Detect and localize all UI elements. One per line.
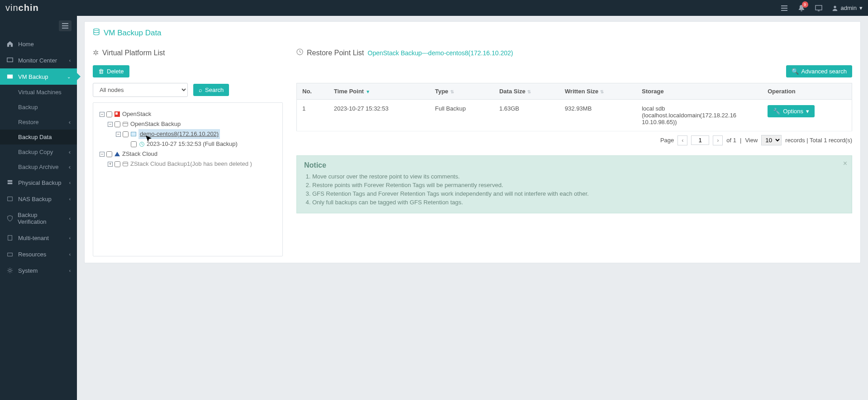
svg-point-17 bbox=[94, 29, 99, 30]
tree-node-openstack[interactable]: OpenStack bbox=[122, 109, 151, 119]
sidebar: Home Monitor Center‹ VM Backup⌄ Virtual … bbox=[0, 16, 77, 400]
tree-toggler[interactable]: + bbox=[108, 162, 113, 167]
username-label: admin bbox=[841, 5, 857, 11]
col-type[interactable]: Type⇅ bbox=[429, 83, 494, 100]
svg-point-16 bbox=[9, 269, 11, 271]
svg-rect-1 bbox=[781, 8, 787, 9]
options-button[interactable]: 🔧 Options ▾ bbox=[768, 105, 815, 117]
svg-rect-2 bbox=[781, 10, 787, 11]
vm-node-icon bbox=[130, 131, 137, 137]
svg-rect-0 bbox=[781, 5, 787, 6]
resources-icon bbox=[6, 251, 14, 258]
sidebar-item-resources[interactable]: Resources‹ bbox=[0, 246, 77, 262]
sidebar-toggle-button[interactable] bbox=[59, 20, 72, 31]
notice-item: Move cursor over the restore point to vi… bbox=[312, 173, 844, 180]
verify-icon bbox=[6, 215, 13, 222]
chevron-down-icon: ▾ bbox=[859, 5, 863, 11]
tree-node-zstack-job[interactable]: ZStack Cloud Backup1(Job has been delete… bbox=[130, 159, 252, 169]
tree-toggler[interactable]: − bbox=[116, 132, 121, 137]
sort-icon: ⇅ bbox=[600, 89, 604, 94]
col-data-size[interactable]: Data Size⇅ bbox=[494, 83, 559, 100]
col-written-size[interactable]: Written Size⇅ bbox=[559, 83, 636, 100]
advanced-search-button[interactable]: 🔍 Advanced search bbox=[786, 65, 852, 77]
sidebar-item-system[interactable]: System‹ bbox=[0, 262, 77, 279]
sidebar-sub-backup-data[interactable]: Backup Data bbox=[0, 130, 77, 145]
notice-item: GFS Retention Tags and Forever Retention… bbox=[312, 190, 844, 197]
sidebar-sub-backup-archive[interactable]: Backup Archive‹ bbox=[0, 159, 77, 174]
monitor-icon[interactable] bbox=[815, 4, 823, 12]
gear-small-icon: ✲ bbox=[93, 48, 99, 57]
tree-checkbox[interactable] bbox=[106, 111, 112, 117]
tree-toggler[interactable]: − bbox=[108, 122, 113, 127]
sidebar-sub-backup-copy[interactable]: Backup Copy‹ bbox=[0, 145, 77, 159]
trash-icon: 🗑 bbox=[98, 68, 104, 75]
page-prev-button[interactable]: ‹ bbox=[677, 135, 687, 145]
sidebar-item-backup-verification[interactable]: Backup Verification‹ bbox=[0, 207, 77, 230]
svg-rect-14 bbox=[8, 236, 12, 241]
sidebar-sub-backup[interactable]: Backup bbox=[0, 100, 77, 115]
col-operation[interactable]: Operation bbox=[762, 83, 852, 100]
node-select[interactable]: All nodes bbox=[93, 83, 188, 97]
sidebar-item-multi-tenant[interactable]: Multi-tenant‹ bbox=[0, 230, 77, 246]
tree-node-vm[interactable]: demo-centos8(172.16.10.202) bbox=[138, 129, 220, 139]
svg-rect-13 bbox=[8, 197, 13, 201]
tree-toggler[interactable]: − bbox=[100, 152, 105, 157]
sidebar-sub-restore[interactable]: Restore‹ bbox=[0, 115, 77, 130]
svg-rect-7 bbox=[62, 25, 68, 26]
cell-type: Full Backup bbox=[429, 100, 494, 131]
job-icon bbox=[122, 161, 129, 167]
sidebar-item-nas-backup[interactable]: NAS Backup‹ bbox=[0, 191, 77, 207]
menu-icon[interactable] bbox=[780, 4, 788, 12]
svg-rect-8 bbox=[62, 28, 68, 29]
search-icon: 🔍 bbox=[792, 68, 799, 75]
sidebar-item-vm-backup[interactable]: VM Backup⌄ bbox=[0, 68, 77, 85]
zstack-icon bbox=[114, 151, 120, 157]
database-icon bbox=[93, 28, 100, 38]
chevron-down-icon: ▾ bbox=[806, 108, 809, 115]
tree-node-openstack-backup[interactable]: OpenStack Backup bbox=[130, 119, 181, 129]
platform-tree: − OpenStack − bbox=[93, 102, 283, 256]
user-menu[interactable]: admin ▾ bbox=[832, 5, 863, 11]
restore-point-table: No. Time Point▼ Type⇅ Data Size⇅ Written… bbox=[296, 83, 852, 131]
cell-written: 932.93MB bbox=[559, 100, 636, 131]
openstack-icon bbox=[114, 111, 120, 117]
close-icon[interactable]: × bbox=[843, 159, 847, 168]
sort-down-icon: ▼ bbox=[366, 89, 370, 94]
notice-title: Notice bbox=[304, 161, 844, 169]
page-size-select[interactable]: 10 bbox=[761, 135, 782, 145]
pagination: Page ‹ › of 1 | View 10 records | Total … bbox=[296, 131, 852, 149]
content: VM Backup Data ✲ Virtual Platform List 🗑… bbox=[77, 16, 868, 400]
tree-checkbox[interactable] bbox=[131, 141, 137, 147]
server-icon bbox=[6, 179, 14, 186]
chevron-down-icon: ⌄ bbox=[67, 74, 71, 79]
col-no[interactable]: No. bbox=[297, 83, 329, 100]
page-title: VM Backup Data bbox=[93, 28, 852, 38]
tree-checkbox[interactable] bbox=[114, 161, 120, 167]
tree-node-snapshot[interactable]: 2023-10-27 15:32:53 (Full Backup) bbox=[147, 139, 238, 149]
col-time[interactable]: Time Point▼ bbox=[329, 83, 430, 100]
col-storage[interactable]: Storage bbox=[636, 83, 762, 100]
sort-icon: ⇅ bbox=[527, 89, 531, 94]
sidebar-item-physical-backup[interactable]: Physical Backup‹ bbox=[0, 174, 77, 191]
tree-node-zstack[interactable]: ZStack Cloud bbox=[122, 149, 157, 159]
sidebar-item-home[interactable]: Home bbox=[0, 36, 77, 52]
right-panel-title: Restore Point List bbox=[307, 49, 364, 57]
notification-icon[interactable]: 9 bbox=[797, 4, 806, 12]
sidebar-sub-virtual-machines[interactable]: Virtual Machines bbox=[0, 85, 77, 100]
page-input[interactable] bbox=[691, 135, 709, 145]
tree-checkbox[interactable] bbox=[106, 151, 112, 157]
svg-point-5 bbox=[834, 5, 836, 8]
search-button[interactable]: ⌕ Search bbox=[193, 84, 229, 96]
svg-rect-15 bbox=[8, 253, 13, 256]
tree-checkbox[interactable] bbox=[123, 131, 129, 137]
tree-checkbox[interactable] bbox=[114, 121, 120, 127]
view-label: View bbox=[745, 137, 758, 144]
cell-time: 2023-10-27 15:32:53 bbox=[329, 100, 430, 131]
delete-button[interactable]: 🗑 Delete bbox=[93, 65, 129, 77]
page-next-button[interactable]: › bbox=[713, 135, 723, 145]
sidebar-item-monitor[interactable]: Monitor Center‹ bbox=[0, 52, 77, 68]
nas-icon bbox=[6, 195, 14, 202]
tree-toggler[interactable]: − bbox=[100, 112, 105, 117]
left-panel-title: Virtual Platform List bbox=[102, 49, 165, 57]
cell-storage: local sdb (localhost.localdomain(172.18.… bbox=[636, 100, 762, 131]
